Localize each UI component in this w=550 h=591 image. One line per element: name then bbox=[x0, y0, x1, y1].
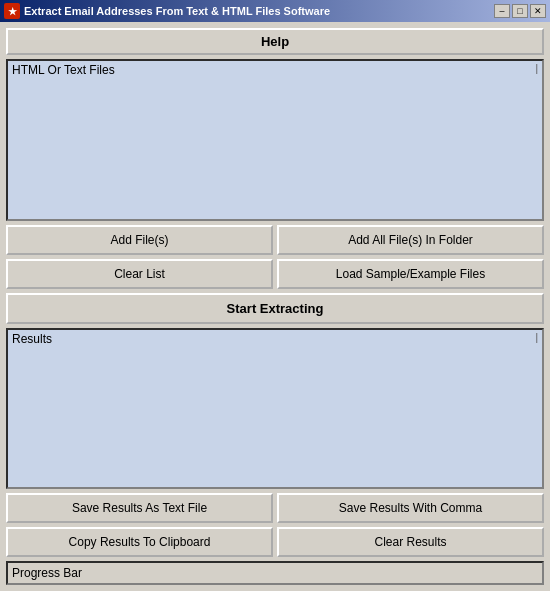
title-bar-text: Extract Email Addresses From Text & HTML… bbox=[24, 5, 490, 17]
main-content: Help HTML Or Text Files | Add File(s) Ad… bbox=[0, 22, 550, 591]
file-list-container: HTML Or Text Files | bbox=[6, 59, 544, 221]
copy-clear-row: Copy Results To Clipboard Clear Results bbox=[6, 527, 544, 557]
file-list-label: HTML Or Text Files bbox=[12, 63, 115, 77]
results-label: Results bbox=[12, 332, 52, 346]
clear-list-button[interactable]: Clear List bbox=[6, 259, 273, 289]
copy-results-button[interactable]: Copy Results To Clipboard bbox=[6, 527, 273, 557]
close-button[interactable]: ✕ bbox=[530, 4, 546, 18]
help-button[interactable]: Help bbox=[6, 28, 544, 55]
start-extracting-button[interactable]: Start Extracting bbox=[6, 293, 544, 324]
title-bar-buttons: – □ ✕ bbox=[494, 4, 546, 18]
progress-bar-label: Progress Bar bbox=[12, 566, 82, 580]
clear-results-button[interactable]: Clear Results bbox=[277, 527, 544, 557]
clear-load-row: Clear List Load Sample/Example Files bbox=[6, 259, 544, 289]
add-all-files-button[interactable]: Add All File(s) In Folder bbox=[277, 225, 544, 255]
scroll-indicator: | bbox=[535, 63, 538, 74]
save-results-row: Save Results As Text File Save Results W… bbox=[6, 493, 544, 523]
save-results-comma-button[interactable]: Save Results With Comma bbox=[277, 493, 544, 523]
minimize-button[interactable]: – bbox=[494, 4, 510, 18]
load-sample-button[interactable]: Load Sample/Example Files bbox=[277, 259, 544, 289]
add-files-button[interactable]: Add File(s) bbox=[6, 225, 273, 255]
add-files-row: Add File(s) Add All File(s) In Folder bbox=[6, 225, 544, 255]
progress-bar-container: Progress Bar bbox=[6, 561, 544, 585]
save-results-text-button[interactable]: Save Results As Text File bbox=[6, 493, 273, 523]
results-scroll-indicator: | bbox=[535, 332, 538, 343]
app-icon: ★ bbox=[4, 3, 20, 19]
title-bar: ★ Extract Email Addresses From Text & HT… bbox=[0, 0, 550, 22]
maximize-button[interactable]: □ bbox=[512, 4, 528, 18]
results-container: Results | bbox=[6, 328, 544, 490]
